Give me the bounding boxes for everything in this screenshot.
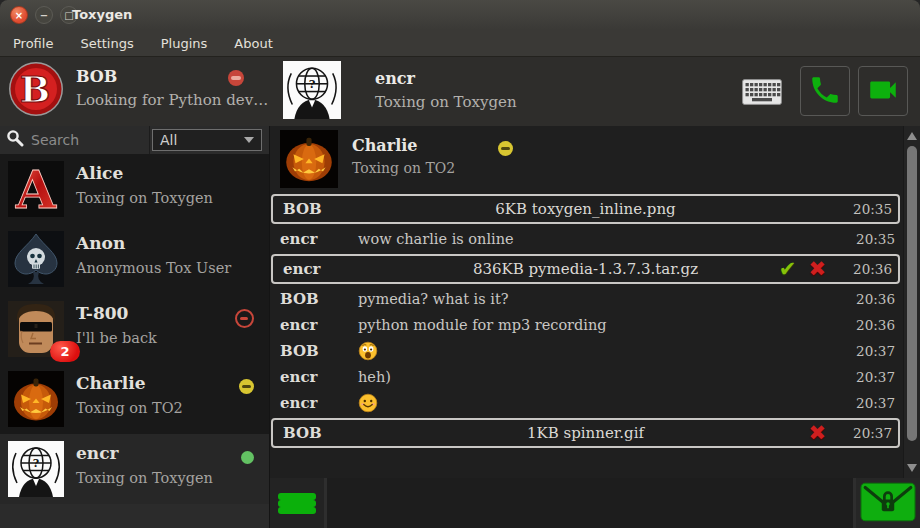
menu-item-profile[interactable]: Profile xyxy=(13,36,53,51)
jack-o-lantern-avatar xyxy=(8,371,64,427)
contact-filter-dropdown[interactable]: All xyxy=(152,129,262,151)
message-input[interactable] xyxy=(327,478,853,528)
chevron-down-icon xyxy=(244,137,254,143)
unread-count-badge: 2 xyxy=(50,341,80,362)
status-online-icon xyxy=(241,451,254,464)
close-icon[interactable]: × xyxy=(10,6,28,24)
svg-text:?: ? xyxy=(309,77,316,91)
self-avatar[interactable]: B xyxy=(8,61,64,117)
message-row: BOBpymedia? what is it?20:36 xyxy=(270,286,901,312)
chat-peer-status-icon xyxy=(498,141,513,160)
contact-item-anon[interactable]: AnonAnonymous Tox User xyxy=(0,224,269,294)
status-busy-ring-icon xyxy=(235,309,254,328)
contact-name: Anon xyxy=(76,233,125,253)
profile-strip: B BOB Looking for Python dev… ? encr Tox… xyxy=(0,57,920,126)
message-time: 20:37 xyxy=(838,425,898,441)
message-time: 20:37 xyxy=(841,369,901,385)
keyboard-icon xyxy=(742,93,782,108)
contact-status-message: Anonymous Tox User xyxy=(76,260,231,276)
message-author: encr xyxy=(270,368,358,386)
message-text: python module for mp3 recording xyxy=(358,317,841,333)
contact-name: Charlie xyxy=(76,373,146,393)
phone-icon xyxy=(808,73,842,110)
contact-name: Alice xyxy=(76,163,123,183)
message-text: wow charlie is online xyxy=(358,231,841,247)
contacts-sidebar: All AAliceToxing on ToxygenAnonAnonymous… xyxy=(0,126,270,528)
contact-status-message: Toxing on TO2 xyxy=(76,400,183,416)
search-box[interactable] xyxy=(0,126,150,154)
send-encrypted-button[interactable] xyxy=(856,478,920,528)
menu-item-plugins[interactable]: Plugins xyxy=(161,36,208,51)
message-composer xyxy=(270,478,920,528)
message-time: 20:37 xyxy=(841,395,901,411)
chat-scrollbar[interactable] xyxy=(903,126,920,478)
message-list: BOB6KB toxygen_inline.png20:35encrwow ch… xyxy=(270,192,903,478)
window-title: Toxygen xyxy=(72,7,132,22)
menu-item-about[interactable]: About xyxy=(234,36,272,51)
file-transfer-row[interactable]: encr836KB pymedia-1.3.7.3.tar.gz✔✖20:36 xyxy=(271,254,900,284)
scroll-up-icon[interactable] xyxy=(907,132,917,140)
chat-peer-avatar xyxy=(280,130,338,188)
file-transfer-label: 1KB spinner.gif xyxy=(273,424,898,442)
letter-a-red-avatar: A xyxy=(8,161,64,217)
menu-item-settings[interactable]: Settings xyxy=(80,36,133,51)
contact-item-encr[interactable]: ?encrToxing on Toxygen xyxy=(0,434,269,504)
message-time: 20:36 xyxy=(841,317,901,333)
message-row: encr20:37 xyxy=(270,390,901,416)
file-transfer-controls: ✖20:37 xyxy=(808,423,898,444)
videocam-icon xyxy=(866,73,900,110)
contact-item-t-800[interactable]: T-800I'll be back2 xyxy=(0,294,269,364)
chat-peer-name: Charlie xyxy=(352,136,418,155)
message-row: encrheh)20:37 xyxy=(270,364,901,390)
file-transfer-controls: 20:35 xyxy=(838,201,898,217)
message-row: encrpython module for mp3 recording20:36 xyxy=(270,312,901,338)
video-call-button[interactable] xyxy=(858,66,908,116)
contact-state-wrap xyxy=(235,309,254,332)
active-chat-avatar: ? xyxy=(283,58,341,122)
screen-keyboard-button[interactable] xyxy=(741,79,783,107)
search-input[interactable] xyxy=(29,131,149,149)
cancel-transfer-icon[interactable]: ✖ xyxy=(808,423,826,444)
scroll-down-icon[interactable] xyxy=(907,464,917,472)
contact-item-charlie[interactable]: CharlieToxing on TO2 xyxy=(0,364,269,434)
message-author: BOB xyxy=(270,342,358,360)
contact-list: AAliceToxing on ToxygenAnonAnonymous Tox… xyxy=(0,154,269,504)
status-away-icon xyxy=(498,141,513,156)
message-row: encrwow charlie is online20:35 xyxy=(270,226,901,252)
message-time: 20:36 xyxy=(841,291,901,307)
active-chat-status-message: Toxing on Toxygen xyxy=(375,93,517,111)
cancel-transfer-icon[interactable]: ✖ xyxy=(808,259,826,280)
emoji-message xyxy=(358,393,841,413)
contact-state-wrap xyxy=(239,379,254,398)
toxygen-window: × − □ Toxygen ProfileSettingsPluginsAbou… xyxy=(0,0,920,528)
self-status-icon[interactable] xyxy=(228,70,244,90)
chat-peer-header[interactable]: Charlie Toxing on TO2 xyxy=(270,126,903,190)
file-transfer-controls: ✔✖20:36 xyxy=(779,259,898,280)
minimize-icon[interactable]: − xyxy=(35,6,53,24)
contact-name: T-800 xyxy=(76,303,128,323)
file-transfer-row[interactable]: BOB1KB spinner.gif✖20:37 xyxy=(271,418,900,448)
self-name: BOB xyxy=(76,67,117,86)
hamburger-menu-icon xyxy=(278,493,318,514)
contact-name: encr xyxy=(76,443,118,463)
window-controls: × − □ xyxy=(10,6,78,24)
contact-filter-value: All xyxy=(160,132,244,148)
emoji-message xyxy=(358,341,841,361)
message-time: 20:37 xyxy=(841,343,901,359)
menu-bar: ProfileSettingsPluginsAbout xyxy=(0,30,920,57)
svg-text:B: B xyxy=(20,68,50,110)
anonymous-mask-avatar: ? xyxy=(8,441,64,497)
file-transfer-row[interactable]: BOB6KB toxygen_inline.png20:35 xyxy=(271,194,900,224)
scrollbar-thumb[interactable] xyxy=(907,146,917,441)
title-bar: × − □ Toxygen xyxy=(0,0,920,31)
search-row: All xyxy=(0,126,269,154)
composer-menu-button[interactable] xyxy=(270,478,324,528)
message-author: encr xyxy=(270,394,358,412)
spade-skull-avatar xyxy=(8,231,64,287)
message-text: pymedia? what is it? xyxy=(358,291,841,307)
contact-item-alice[interactable]: AAliceToxing on Toxygen xyxy=(0,154,269,224)
accept-transfer-icon[interactable]: ✔ xyxy=(779,259,797,280)
self-status-message: Looking for Python dev… xyxy=(76,91,268,109)
message-text: heh) xyxy=(358,369,841,385)
audio-call-button[interactable] xyxy=(800,66,850,116)
